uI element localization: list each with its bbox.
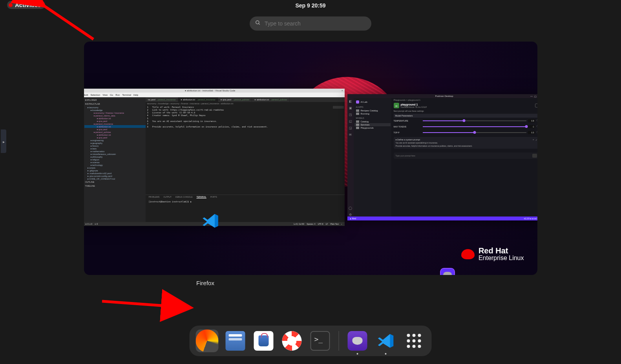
status-right[interactable]: v1.2.0 ● ● ● ● ⓘ [524, 217, 537, 220]
info-icon[interactable]: ⓘ [537, 125, 537, 128]
tree-item[interactable]: ▸ parasol_insurance [84, 122, 146, 125]
editor-tab[interactable]: ● attribution.txt ...parasol_insurance [178, 97, 218, 102]
status-item[interactable]: LF [326, 223, 328, 225]
ailab-icon[interactable]: ✉ [349, 133, 352, 136]
dash-app-firefox[interactable] [196, 329, 219, 352]
info-icon[interactable]: ⓘ [537, 119, 537, 122]
menu-run[interactable]: Run [115, 94, 120, 96]
search-input[interactable] [265, 20, 366, 27]
dash-app-podman[interactable] [348, 331, 367, 351]
editor-tab[interactable]: ● attribution.txt ...parasol_policies [252, 97, 290, 102]
tree-item[interactable]: ▸ religion [84, 158, 146, 161]
maximize-icon[interactable]: ▢ [534, 95, 537, 98]
tree-item[interactable]: ▸ qna.yaml [84, 128, 146, 131]
delete-button[interactable] [535, 104, 537, 107]
tree-item[interactable]: ▸ attribution.txt [84, 117, 146, 120]
dash-app-help[interactable] [282, 331, 302, 351]
tree-item[interactable]: ▸ CODE_OF_CONDUCT.md [84, 177, 146, 180]
vscode-panel[interactable]: PROBLEMSOUTPUTDEBUG CONSOLETERMINALPORTS… [146, 195, 345, 222]
tree-item[interactable]: ▸ attribution.txt [84, 133, 146, 136]
search-box[interactable] [250, 16, 371, 31]
podman-activitybar[interactable]: ◧ ▣ ◳ ◱ ◲ ✉ ◯ ⚙ [347, 98, 354, 217]
tree-item[interactable]: ▸ parasol_claims_data [84, 114, 146, 117]
system-prompt-box[interactable]: ×✓ ▸ Define a system prompt You are an A… [394, 137, 537, 149]
tree-item[interactable]: ▸ qna.yaml [84, 120, 146, 122]
check-icon[interactable]: ✓ [535, 138, 537, 141]
status-left[interactable]: ▲ Kind [350, 217, 356, 220]
vscode-menubar[interactable]: File Edit Selection View Go Run Terminal… [84, 93, 345, 97]
settings-icon[interactable]: ⚙ [349, 213, 352, 217]
tree-item[interactable]: ▸ science [84, 161, 146, 164]
timeline-section[interactable]: TIMELINE [84, 184, 146, 188]
tree-item[interactable]: ▸ laws [84, 147, 146, 150]
param-value[interactable]: -1 [528, 125, 535, 128]
panel-tab[interactable]: DEBUG CONSOLE [175, 196, 193, 198]
send-button[interactable] [532, 154, 537, 158]
root-folder[interactable]: INSTRUCTLAB [84, 102, 146, 106]
terminal[interactable]: [instruct@bastion instructlab]$ ▮ [146, 199, 345, 204]
tree-item[interactable]: ▸ mathematics [84, 150, 146, 153]
menu-go[interactable]: Go [110, 94, 113, 96]
file-tree[interactable]: ▸ taxonomy▸ knowledge▸ economy / finance… [84, 106, 146, 180]
volumes-icon[interactable]: ◲ [349, 126, 352, 130]
status-item[interactable]: ♪ [341, 223, 342, 225]
slider[interactable] [423, 132, 526, 133]
minimap[interactable] [333, 106, 344, 111]
tree-item[interactable]: ▸ scripts [84, 166, 146, 169]
dash-show-applications[interactable] [404, 331, 424, 351]
status-item[interactable]: UTF-8 [318, 223, 323, 225]
outline-section[interactable]: OUTLINE [84, 180, 146, 184]
vscode-tabs[interactable]: na.yaml ...parasol_insurance● attributio… [146, 97, 345, 102]
tree-item[interactable]: ▸ qna.yaml [84, 136, 146, 139]
info-icon[interactable]: ⓘ [537, 131, 537, 134]
sidebar-item[interactable]: Services [354, 123, 391, 126]
podman-statusbar[interactable]: ▲ Kind v1.2.0 ● ● ● ● ⓘ [347, 217, 537, 220]
account-icon[interactable]: ◯ [349, 206, 352, 210]
menu-help[interactable]: Help [133, 94, 138, 96]
podman-breadcrumb[interactable]: Playgrounds > playground 1 [394, 99, 421, 101]
menu-edit[interactable]: Edit [84, 94, 88, 96]
prompt-input[interactable]: Type your prompt here [394, 153, 537, 159]
window-vscode[interactable]: ● attribution.txt - instructlab - Visual… [84, 89, 345, 226]
activities-button[interactable]: Activities [7, 1, 45, 9]
tree-item[interactable]: ▸ philosophy [84, 155, 146, 158]
tree-item[interactable]: ▸ .gitignore [84, 169, 146, 172]
panel-tabs[interactable]: PROBLEMSOUTPUTDEBUG CONSOLETERMINALPORTS [146, 195, 345, 199]
vscode-sidebar[interactable]: EXPLORER INSTRUCTLAB ▸ taxonomy▸ knowled… [84, 97, 146, 222]
tree-item[interactable]: ▸ parasol_policies [84, 131, 146, 133]
sidebar-item[interactable]: Catalog [354, 120, 391, 123]
podman-sidebar[interactable]: AI Lab AI APPSRecipes CatalogRunningMODE… [354, 98, 391, 217]
containers-icon[interactable]: ▣ [349, 106, 352, 110]
tree-item[interactable]: ▸ .pre-commit-config.yaml [84, 175, 146, 177]
menu-selection[interactable]: Selection [91, 94, 100, 96]
code-editor[interactable]: 1 Title of work: Parasol Insurance 2 Lin… [146, 105, 345, 195]
dash[interactable] [190, 326, 432, 356]
param-value[interactable]: 0.5 [528, 131, 535, 134]
close-icon[interactable]: × [533, 138, 534, 141]
status-item[interactable]: Plain Text [330, 223, 339, 225]
close-icon[interactable]: × [342, 89, 343, 92]
status-item[interactable]: Ln 8, Col 90 [294, 223, 304, 225]
tree-item[interactable]: ▸ technology [84, 164, 146, 166]
minimize-icon[interactable]: — [530, 95, 533, 98]
tree-item[interactable]: ▸ engineering [84, 139, 146, 142]
tree-item[interactable]: ▸ attribution.txt [84, 125, 146, 128]
vscode-titlebar[interactable]: ● attribution.txt - instructlab - Visual… [84, 89, 345, 93]
workspace-thumbnail[interactable]: Red Hat Enterprise Linux ● attribution.t… [84, 42, 537, 275]
editor-tab[interactable]: na.yaml ...parasol_insurance [146, 97, 179, 102]
images-icon[interactable]: ◳ [349, 113, 352, 116]
param-value[interactable]: 0.8 [528, 119, 535, 122]
status-item[interactable]: ⊘ 0 ⚠ 0 [85, 223, 92, 225]
status-item[interactable]: Spaces: 4 [307, 223, 315, 225]
slider[interactable] [423, 120, 526, 121]
dashboard-icon[interactable]: ◧ [349, 100, 352, 103]
dash-app-software[interactable] [254, 331, 274, 351]
panel-tab[interactable]: OUTPUT [163, 196, 172, 198]
tree-item[interactable]: ▸ economy / finance / insurance [84, 111, 146, 114]
editor-tab[interactable]: ● qna.yaml ...parasol_policies [218, 97, 252, 102]
tree-item[interactable]: ▸ .markdownlint-cli2.yaml [84, 172, 146, 175]
slider[interactable] [423, 126, 526, 127]
tree-item[interactable]: ▸ taxonomy [84, 106, 146, 109]
sidebar-item[interactable]: Recipes Catalog [354, 109, 391, 112]
dash-app-files[interactable] [226, 331, 245, 351]
